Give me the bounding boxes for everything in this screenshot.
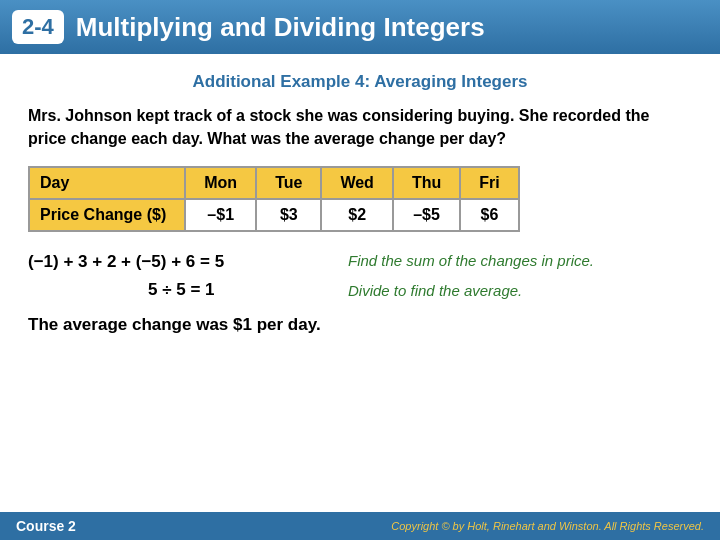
header-badge: 2-4 [12, 10, 64, 44]
calc1-expression: (−1) + 3 + 2 + (−5) + 6 = 5 [28, 250, 348, 272]
calc2-note: Divide to find the average. [348, 280, 692, 301]
price-tue: $3 [256, 199, 321, 231]
footer-course: Course 2 [16, 518, 76, 534]
calc2-expression: 5 ÷ 5 = 1 [148, 280, 348, 300]
price-mon: –$1 [185, 199, 256, 231]
calc-section-1: (−1) + 3 + 2 + (−5) + 6 = 5 Find the sum… [28, 250, 692, 272]
price-fri: $6 [460, 199, 518, 231]
calc-section-2: 5 ÷ 5 = 1 Divide to find the average. [28, 280, 692, 301]
col-mon: Mon [185, 167, 256, 199]
col-wed: Wed [321, 167, 392, 199]
header: 2-4 Multiplying and Dividing Integers [0, 0, 720, 54]
col-day-label: Day [29, 167, 185, 199]
problem-text: Mrs. Johnson kept track of a stock she w… [28, 104, 692, 150]
price-thu: –$5 [393, 199, 460, 231]
calc1-note: Find the sum of the changes in price. [348, 250, 692, 271]
header-title: Multiplying and Dividing Integers [76, 12, 485, 43]
col-thu: Thu [393, 167, 460, 199]
subtitle: Additional Example 4: Averaging Integers [28, 72, 692, 92]
col-tue: Tue [256, 167, 321, 199]
content: Additional Example 4: Averaging Integers… [0, 54, 720, 355]
table-header-row: Day Mon Tue Wed Thu Fri [29, 167, 519, 199]
price-change-label: Price Change ($) [29, 199, 185, 231]
footer-copyright: Copyright © by Holt, Rinehart and Winsto… [391, 520, 704, 532]
price-wed: $2 [321, 199, 392, 231]
col-fri: Fri [460, 167, 518, 199]
conclusion: The average change was $1 per day. [28, 315, 692, 335]
table-container: Day Mon Tue Wed Thu Fri Price Change ($)… [28, 166, 692, 232]
data-table: Day Mon Tue Wed Thu Fri Price Change ($)… [28, 166, 520, 232]
footer: Course 2 Copyright © by Holt, Rinehart a… [0, 512, 720, 540]
table-data-row: Price Change ($) –$1 $3 $2 –$5 $6 [29, 199, 519, 231]
